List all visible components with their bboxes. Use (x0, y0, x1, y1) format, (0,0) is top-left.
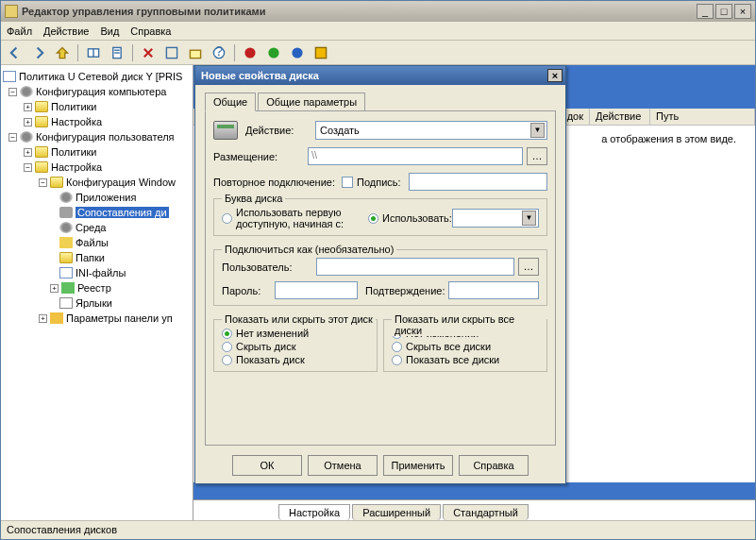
minimize-button[interactable]: _ (697, 4, 714, 19)
delete-button[interactable] (138, 42, 159, 63)
tree-shortcuts[interactable]: Ярлыки (76, 297, 112, 309)
svg-point-10 (268, 47, 278, 58)
options-button[interactable] (311, 42, 331, 63)
tree-applications[interactable]: Приложения (76, 192, 136, 203)
hide-all-drives-group: Показать или скрыть все диски Нет измене… (383, 319, 547, 372)
forward-button[interactable] (28, 42, 49, 63)
drive-letter-group: Буква диска Использовать первую доступну… (213, 198, 547, 236)
tree-environment[interactable]: Среда (76, 222, 106, 233)
tab-standard[interactable]: Стандартный (443, 504, 529, 520)
apply-button[interactable]: Применить (383, 455, 453, 476)
expander[interactable]: + (50, 284, 59, 293)
svg-point-9 (244, 47, 255, 58)
statusbar: Сопоставления дисков (1, 520, 755, 539)
show-hide-button[interactable] (83, 42, 104, 63)
dialog-close-button[interactable]: × (547, 69, 563, 82)
username-input[interactable] (316, 258, 514, 276)
hide-all-radio[interactable] (392, 342, 402, 352)
tree-policies[interactable]: Политики (51, 101, 97, 112)
add-button[interactable] (263, 42, 284, 63)
confirm-label: Подтверждение: (358, 285, 448, 296)
tree-pane[interactable]: Политика U Сетевой диск Y [PRIS −Конфигу… (1, 65, 193, 520)
connect-as-group: Подключиться как (необязательно) Пользов… (213, 249, 547, 306)
column-action[interactable]: Действие (590, 109, 650, 125)
menu-action[interactable]: Действие (43, 25, 89, 37)
expander[interactable]: − (24, 163, 32, 172)
menu-help[interactable]: Справка (130, 25, 171, 37)
tab-general[interactable]: Общие (205, 93, 256, 111)
label-input[interactable] (409, 173, 547, 191)
help-button[interactable]: Справка (459, 455, 529, 476)
tree-ini-files[interactable]: INI-файлы (76, 267, 126, 278)
expander[interactable]: + (24, 103, 32, 111)
label-as-label: Подпись: (357, 177, 409, 188)
expander[interactable]: − (39, 178, 47, 187)
no-change-this-radio[interactable] (222, 329, 232, 339)
expander[interactable]: − (8, 133, 17, 142)
confirm-password-input[interactable] (448, 281, 539, 299)
up-button[interactable] (52, 42, 73, 63)
export-list-button[interactable] (185, 42, 206, 63)
tab-preference[interactable]: Настройка (278, 504, 350, 520)
maximize-button[interactable]: □ (715, 4, 732, 19)
browse-user-button[interactable]: … (518, 258, 539, 276)
tree-root[interactable]: Политика U Сетевой диск Y [PRIS (19, 71, 182, 82)
svg-point-11 (292, 47, 302, 58)
tree-computer-config[interactable]: Конфигурация компьютера (36, 86, 166, 97)
tree-drive-maps[interactable]: Сопоставления ди (76, 207, 169, 218)
tree-control-panel[interactable]: Параметры панели уп (66, 312, 173, 324)
svg-rect-5 (166, 47, 176, 58)
reconnect-checkbox[interactable] (342, 177, 353, 188)
browse-button[interactable]: … (527, 147, 547, 165)
tab-extended[interactable]: Расширенный (352, 504, 441, 520)
expander[interactable]: + (24, 148, 32, 157)
tree-folders[interactable]: Папки (76, 252, 105, 263)
username-label: Пользователь: (222, 262, 316, 273)
tree-settings[interactable]: Настройка (51, 116, 102, 127)
tree-registry[interactable]: Реестр (77, 282, 111, 294)
refresh-button[interactable] (161, 42, 182, 63)
expander[interactable]: − (8, 88, 17, 96)
toolbar: ? (1, 41, 755, 65)
column-path[interactable]: Путь (650, 109, 755, 125)
stop-button[interactable] (240, 42, 260, 63)
ok-button[interactable]: ОК (232, 455, 302, 476)
dialog-title: Новые свойства диска (198, 70, 547, 81)
use-label: Использовать: (382, 212, 452, 224)
hide-this-radio[interactable] (222, 342, 232, 352)
help-button[interactable]: ? (209, 42, 229, 63)
expander[interactable]: + (24, 118, 32, 127)
tree-files[interactable]: Файлы (76, 237, 109, 248)
hide-this-drive-group: Показать или скрыть этот диск Нет измене… (213, 319, 378, 372)
show-this-radio[interactable] (222, 355, 232, 365)
show-all-radio[interactable] (392, 355, 402, 365)
dialog-titlebar: Новые свойства диска × (195, 66, 565, 85)
action-label: Действие: (245, 125, 315, 136)
tree-policies-2[interactable]: Политики (51, 146, 97, 158)
cancel-button[interactable]: Отмена (308, 455, 378, 476)
svg-text:?: ? (215, 46, 224, 59)
password-label: Пароль: (222, 285, 275, 296)
use-radio[interactable] (368, 213, 378, 224)
location-input[interactable]: \\ (308, 147, 523, 165)
tree-settings-2[interactable]: Настройка (51, 161, 102, 173)
drive-letter-select[interactable]: ▼ (452, 209, 539, 228)
use-first-label: Использовать первую доступную, начиная с… (236, 207, 361, 229)
menu-file[interactable]: Файл (7, 25, 32, 37)
expander[interactable]: + (39, 314, 47, 323)
chevron-down-icon: ▼ (522, 211, 536, 226)
action-select[interactable]: Создать▼ (315, 121, 547, 140)
location-label: Размещение: (213, 151, 308, 162)
view-tabs: Настройка Расширенный Стандартный (193, 499, 755, 520)
back-button[interactable] (5, 42, 25, 63)
tree-user-config[interactable]: Конфигурация пользователя (36, 131, 175, 143)
password-input[interactable] (275, 281, 358, 299)
menu-view[interactable]: Вид (100, 25, 119, 37)
close-button[interactable]: × (734, 4, 751, 19)
tab-common[interactable]: Общие параметры (258, 93, 365, 111)
properties-button[interactable] (107, 42, 127, 63)
use-first-radio[interactable] (222, 213, 232, 224)
tree-windows-config[interactable]: Конфигурация Window (66, 177, 176, 188)
filter-button[interactable] (287, 42, 308, 63)
svg-rect-12 (315, 47, 326, 58)
